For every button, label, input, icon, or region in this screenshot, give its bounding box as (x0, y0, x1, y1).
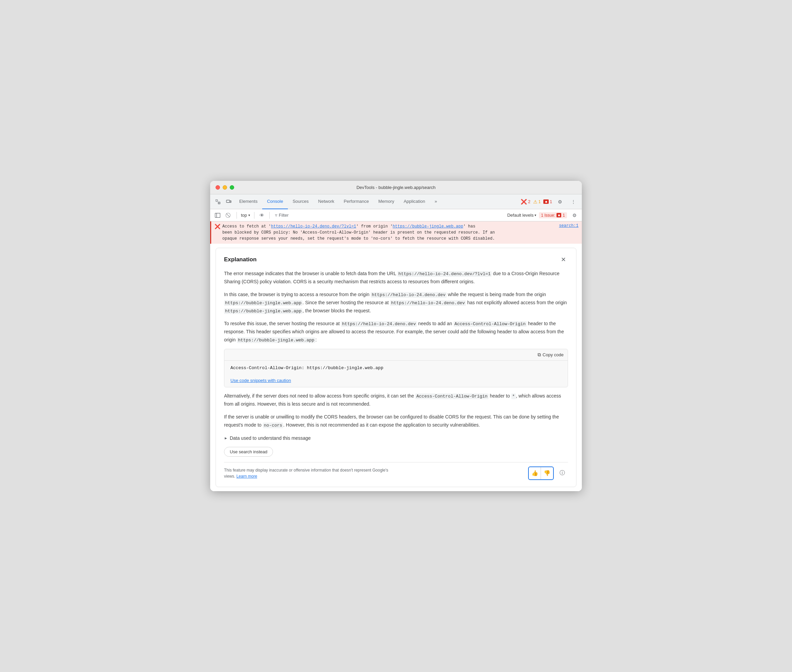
explanation-para3: To resolve this issue, the server hostin… (224, 320, 568, 344)
code-snippet-text: Access-Control-Allow-Origin: https://bub… (224, 361, 568, 375)
svg-rect-4 (215, 213, 220, 218)
filter-icon: ▿ (275, 213, 278, 218)
explanation-footer: This feature may display inaccurate or o… (224, 462, 568, 480)
use-search-button[interactable]: Use search instead (224, 447, 273, 457)
explanation-para5: If the server is unable or unwilling to … (224, 413, 568, 429)
tab-network[interactable]: Network (313, 194, 339, 209)
console-settings-icon[interactable]: ⚙ (570, 211, 579, 220)
triangle-right-icon: ► (224, 436, 228, 440)
error-text: Access to fetch at 'https://hello-io-24.… (222, 224, 557, 242)
explanation-para1: The error message indicates that the bro… (224, 270, 568, 286)
warning-badge: ⚠ 1 (533, 199, 541, 205)
inspect-element-icon[interactable] (213, 197, 223, 207)
explanation-title: Explanation (224, 256, 257, 263)
clear-console-icon[interactable]: ⃠ (224, 211, 234, 220)
tab-memory[interactable]: Memory (374, 194, 399, 209)
divider3 (269, 212, 270, 219)
more-options-icon[interactable]: ⋮ (568, 197, 578, 207)
warning-triangle-icon: ⚠ (533, 199, 538, 205)
thumbs-up-button[interactable]: 👍 (529, 467, 541, 479)
titlebar: DevTools - bubble-jingle.web.app/search (210, 181, 582, 194)
divider2 (254, 212, 254, 219)
settings-icon[interactable]: ⚙ (555, 197, 565, 207)
device-toolbar-icon[interactable] (224, 197, 234, 207)
svg-rect-1 (218, 202, 220, 204)
console-area: ❌ Access to fetch at 'https://hello-io-2… (210, 221, 582, 491)
explanation-para4: Alternatively, if the server does not ne… (224, 392, 568, 408)
default-levels-selector[interactable]: Default levels ▾ (507, 213, 536, 218)
info-button[interactable]: ⓘ (557, 467, 568, 479)
filter-button[interactable]: ▿ Filter (272, 211, 291, 219)
tabs-right: ❌ 2 ⚠ 1 ■ 1 ⚙ ⋮ (521, 197, 579, 207)
eye-icon[interactable]: 👁 (257, 211, 267, 220)
context-label: top (241, 213, 247, 218)
learn-more-link[interactable]: Learn more (236, 474, 257, 478)
error-url2-link[interactable]: https://bubble-jingle.web.app (393, 224, 463, 229)
error-url1-link[interactable]: https://hello-io-24.deno.dev/?lvl=1 (271, 224, 356, 229)
code-block: ⧉ Copy code Access-Control-Allow-Origin:… (224, 349, 568, 387)
maximize-button[interactable] (230, 185, 234, 190)
data-used-label: Data used to understand this message (230, 435, 311, 441)
tab-application[interactable]: Application (399, 194, 430, 209)
thumbs-down-button[interactable]: 👎 (541, 467, 553, 479)
tab-sources[interactable]: Sources (288, 194, 313, 209)
copy-code-button[interactable]: ⧉ Copy code (538, 352, 564, 358)
data-used-collapsible[interactable]: ► Data used to understand this message (224, 434, 568, 442)
devtools-window: DevTools - bubble-jingle.web.app/search … (210, 181, 582, 491)
issue-badge-tab: ■ 1 (543, 200, 552, 204)
minimize-button[interactable] (223, 185, 227, 190)
sidebar-toggle-icon[interactable] (213, 211, 222, 220)
explanation-para2: In this case, the browser is trying to a… (224, 291, 568, 315)
code-block-header: ⧉ Copy code (224, 349, 568, 361)
divider (236, 212, 237, 219)
footer-disclaimer: This feature may display inaccurate or o… (224, 467, 393, 479)
copy-icon: ⧉ (538, 352, 541, 358)
tab-console[interactable]: Console (262, 194, 288, 209)
close-explanation-button[interactable]: ✕ (559, 255, 568, 264)
toolbar-right: Default levels ▾ 1 Issue: ■ 1 ⚙ (507, 211, 579, 220)
issue-icon: ■ (543, 200, 549, 204)
close-button[interactable] (216, 185, 220, 190)
window-title: DevTools - bubble-jingle.web.app/search (356, 185, 436, 190)
toolbar-row: ⃠ top ▾ 👁 ▿ Filter Default levels ▾ 1 Is… (210, 209, 582, 221)
context-selector[interactable]: top ▾ (240, 212, 251, 218)
error-circle-icon: ❌ (521, 199, 527, 205)
error-message-row: ❌ Access to fetch at 'https://hello-io-2… (210, 221, 582, 244)
explanation-header: Explanation ✕ (224, 255, 568, 264)
tab-more[interactable]: » (430, 194, 442, 209)
devtools-body: Elements Console Sources Network Perform… (210, 194, 582, 491)
chevron-down-icon2: ▾ (535, 213, 536, 217)
issue-count-icon: ■ (557, 213, 561, 218)
traffic-lights (216, 185, 234, 190)
error-source-link[interactable]: search:1 (559, 224, 578, 228)
issue-count-badge: 1 Issue: ■ 1 (539, 212, 567, 218)
code-caution-link[interactable]: Use code snippets with caution (230, 378, 562, 383)
error-circle-icon2: ❌ (214, 224, 220, 229)
feedback-actions: 👍 👎 ⓘ (528, 467, 568, 480)
svg-rect-3 (230, 201, 231, 203)
svg-rect-2 (227, 200, 230, 203)
chevron-down-icon: ▾ (248, 213, 250, 217)
tabs-row: Elements Console Sources Network Perform… (210, 194, 582, 209)
explanation-panel: Explanation ✕ The error message indicate… (216, 248, 576, 487)
feedback-buttons: 👍 👎 (528, 467, 554, 480)
tab-performance[interactable]: Performance (339, 194, 374, 209)
error-badge: ❌ 2 (521, 199, 530, 205)
svg-rect-0 (216, 200, 217, 202)
tab-elements[interactable]: Elements (235, 194, 262, 209)
